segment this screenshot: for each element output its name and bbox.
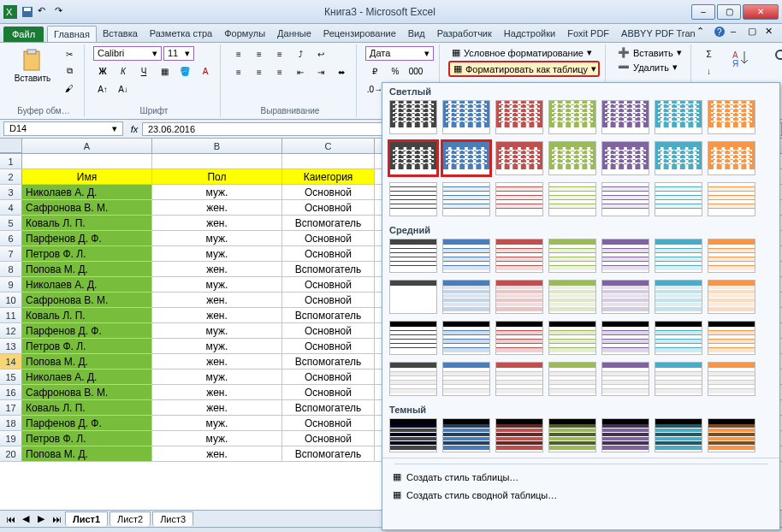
cell[interactable]: Основной — [282, 339, 375, 353]
cell[interactable]: Основной — [282, 293, 375, 307]
table-style-swatch[interactable] — [708, 280, 755, 314]
table-style-swatch[interactable] — [655, 141, 702, 175]
table-style-swatch[interactable] — [708, 321, 755, 355]
table-style-swatch[interactable] — [442, 100, 490, 134]
table-style-swatch[interactable] — [495, 100, 543, 134]
cell[interactable]: Вспомогатель — [282, 446, 375, 461]
sheet-nav-last-icon[interactable]: ⏭ — [50, 513, 63, 525]
cell[interactable]: Вспомогатель — [282, 308, 375, 322]
cell[interactable]: Николаев А. Д. — [22, 185, 152, 199]
sheet-nav-first-icon[interactable]: ⏮ — [3, 513, 17, 525]
table-style-swatch[interactable] — [655, 280, 702, 314]
conditional-formatting-button[interactable]: ▦ Условное форматирование▾ — [448, 46, 600, 59]
percent-icon[interactable]: % — [386, 63, 405, 79]
cell[interactable]: Попова М. Д. — [22, 446, 152, 461]
format-painter-icon[interactable]: 🖌 — [60, 80, 79, 96]
select-all-corner[interactable] — [0, 139, 22, 153]
cell[interactable]: Основной — [282, 246, 375, 261]
cell[interactable]: Каиегория — [282, 169, 375, 184]
new-pivot-table-style-button[interactable]: ▦ Создать стиль сводной таблицы… — [389, 488, 773, 502]
cell[interactable]: муж. — [152, 277, 282, 292]
cell[interactable]: Николаев А. Д. — [22, 369, 152, 384]
table-style-swatch[interactable] — [708, 239, 755, 273]
cell[interactable]: муж. — [152, 369, 282, 384]
undo-icon[interactable]: ↶ — [38, 5, 51, 19]
cell[interactable] — [22, 154, 152, 168]
align-right-icon[interactable]: ≡ — [270, 64, 289, 80]
align-top-icon[interactable]: ≡ — [229, 46, 248, 62]
table-style-swatch[interactable] — [708, 182, 755, 216]
table-style-swatch[interactable] — [442, 141, 490, 175]
cell[interactable]: жен. — [152, 354, 282, 369]
cell[interactable]: Основной — [282, 431, 375, 446]
cell[interactable]: жен. — [152, 446, 282, 461]
column-header[interactable]: B — [152, 139, 282, 153]
table-style-swatch[interactable] — [442, 182, 490, 216]
sheet-nav-next-icon[interactable]: ▶ — [34, 513, 48, 525]
increase-indent-icon[interactable]: ⇥ — [311, 64, 330, 80]
table-style-swatch[interactable] — [495, 362, 543, 396]
row-header[interactable]: 19 — [0, 431, 22, 446]
table-style-swatch[interactable] — [601, 321, 649, 355]
cell[interactable]: Парфенов Д. Ф. — [22, 416, 152, 430]
underline-button[interactable]: Ч — [134, 63, 153, 79]
fill-icon[interactable]: ↓ — [700, 63, 719, 79]
table-style-swatch[interactable] — [655, 182, 702, 216]
cell[interactable]: Парфенов Д. Ф. — [22, 231, 152, 245]
row-header[interactable]: 14 — [0, 354, 22, 369]
name-box[interactable]: D14▾ — [3, 121, 123, 136]
border-button[interactable]: ▦ — [155, 63, 174, 79]
ribbon-tab[interactable]: Данные — [271, 26, 317, 42]
table-style-swatch[interactable] — [495, 321, 543, 355]
row-header[interactable]: 2 — [0, 169, 22, 184]
cell[interactable]: муж. — [152, 231, 282, 245]
close-button[interactable]: ✕ — [743, 4, 779, 20]
cell[interactable]: Коваль Л. П. — [22, 400, 152, 415]
table-style-swatch[interactable] — [548, 321, 596, 355]
cell[interactable]: Сафронова В. М. — [22, 200, 152, 215]
table-style-swatch[interactable] — [601, 100, 649, 134]
new-table-style-button[interactable]: ▦ Создать стиль таблицы… — [389, 470, 773, 484]
cell[interactable]: жен. — [152, 385, 282, 399]
table-style-swatch[interactable] — [389, 418, 437, 452]
align-center-icon[interactable]: ≡ — [250, 64, 269, 80]
sheet-tab[interactable]: Лист3 — [152, 511, 193, 526]
bold-button[interactable]: Ж — [93, 63, 112, 79]
row-header[interactable]: 4 — [0, 200, 22, 215]
cell[interactable]: Петров Ф. Л. — [22, 339, 152, 353]
insert-cells-button[interactable]: ➕Вставить▾ — [614, 46, 685, 59]
cell[interactable]: Вспомогатель — [282, 262, 375, 276]
cell[interactable]: Сафронова В. М. — [22, 293, 152, 307]
window-min-icon[interactable]: – — [731, 26, 743, 38]
table-style-swatch[interactable] — [548, 182, 596, 216]
table-style-swatch[interactable] — [442, 239, 490, 273]
window-close-icon[interactable]: ✕ — [765, 26, 777, 38]
row-header[interactable]: 15 — [0, 369, 22, 384]
merge-cells-icon[interactable]: ⬌ — [332, 64, 351, 80]
cell[interactable]: муж. — [152, 416, 282, 430]
cell[interactable]: Вспомогатель — [282, 400, 375, 415]
cell[interactable]: Основной — [282, 277, 375, 292]
sheet-tab[interactable]: Лист2 — [110, 511, 151, 526]
row-header[interactable]: 9 — [0, 277, 22, 292]
format-as-table-button[interactable]: ▦ Форматировать как таблицу▾ — [448, 61, 600, 77]
row-header[interactable]: 17 — [0, 400, 22, 415]
align-left-icon[interactable]: ≡ — [229, 64, 248, 80]
cell[interactable]: жен. — [152, 308, 282, 322]
row-header[interactable]: 7 — [0, 246, 22, 261]
cell[interactable]: Петров Ф. Л. — [22, 431, 152, 446]
cell[interactable]: Основной — [282, 185, 375, 199]
cell[interactable]: Пол — [152, 169, 282, 184]
currency-icon[interactable]: ₽ — [365, 63, 384, 79]
minimize-button[interactable]: – — [691, 4, 715, 20]
table-style-swatch[interactable] — [389, 182, 437, 216]
delete-cells-button[interactable]: ➖Удалить▾ — [614, 61, 685, 74]
wrap-text-icon[interactable]: ↩ — [311, 46, 330, 62]
fill-color-button[interactable]: 🪣 — [175, 63, 194, 79]
table-style-swatch[interactable] — [655, 239, 702, 273]
table-style-swatch[interactable] — [495, 182, 543, 216]
cell[interactable]: Основной — [282, 323, 375, 338]
cell[interactable]: муж. — [152, 339, 282, 353]
redo-icon[interactable]: ↷ — [55, 5, 68, 19]
row-header[interactable]: 16 — [0, 385, 22, 399]
